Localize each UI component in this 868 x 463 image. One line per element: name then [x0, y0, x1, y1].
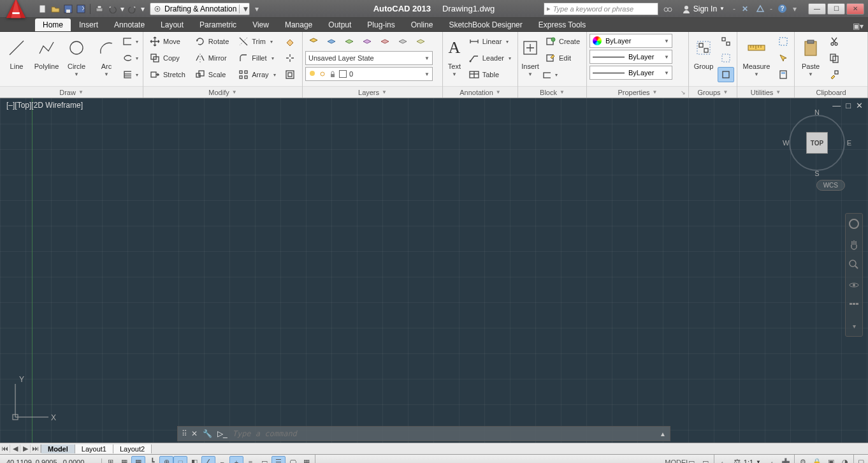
- ducs-icon[interactable]: ⌐: [215, 456, 229, 464]
- viewcube-west[interactable]: W: [783, 139, 789, 147]
- qp-icon[interactable]: ☰: [271, 456, 286, 464]
- close-button[interactable]: ✕: [846, 3, 864, 15]
- scale-button[interactable]: Scale: [191, 67, 233, 82]
- color-combo[interactable]: ByLayer▼: [590, 34, 672, 48]
- offset-button[interactable]: [282, 67, 298, 82]
- binoculars-icon[interactable]: [662, 3, 674, 15]
- navbar-expand-icon[interactable]: ▾: [848, 320, 860, 332]
- steering-wheel-icon[interactable]: [848, 217, 860, 230]
- hatch-button[interactable]: ▾: [122, 67, 139, 82]
- help-icon[interactable]: ?: [776, 3, 788, 15]
- cmd-history-icon[interactable]: ▲: [660, 430, 666, 437]
- group-edit-icon[interactable]: [718, 50, 734, 66]
- print-icon[interactable]: [94, 3, 105, 15]
- minimize-button[interactable]: —: [808, 3, 826, 15]
- group-select-icon[interactable]: [718, 67, 734, 82]
- 3dosnap-icon[interactable]: ◧: [187, 456, 201, 464]
- stretch-button[interactable]: Stretch: [146, 67, 189, 82]
- panel-properties-title[interactable]: Properties▼: [587, 86, 688, 98]
- viewcube-south[interactable]: S: [814, 170, 819, 177]
- hardware-accel-icon[interactable]: ▣: [824, 456, 838, 464]
- explode-button[interactable]: [282, 50, 298, 66]
- toolbar-lock-icon[interactable]: 🔒: [810, 456, 824, 464]
- rectangle-button[interactable]: ▾: [122, 34, 139, 49]
- polar-icon[interactable]: ⊕: [159, 456, 173, 464]
- tab-annotate[interactable]: Annotate: [106, 18, 152, 31]
- cmd-grip-icon[interactable]: ⠿: [182, 429, 186, 438]
- calc-icon[interactable]: [775, 67, 792, 82]
- orbit-icon[interactable]: [848, 279, 860, 291]
- grid-icon[interactable]: ▦: [131, 456, 145, 464]
- coordinates[interactable]: 40.1109, 0.9005 , 0.0000: [0, 459, 102, 464]
- rotate-button[interactable]: Rotate: [191, 34, 233, 49]
- tab-layout[interactable]: Layout: [153, 18, 191, 31]
- linetype-combo[interactable]: ByLayer▼: [590, 66, 672, 80]
- open-icon[interactable]: [50, 3, 61, 15]
- insert-button[interactable]: Insert▼: [521, 34, 540, 85]
- table-button[interactable]: Table: [465, 67, 515, 82]
- polyline-button[interactable]: Polyline: [33, 34, 61, 85]
- wcs-badge[interactable]: WCS: [816, 180, 845, 191]
- new-icon[interactable]: [37, 3, 48, 15]
- layer-off-icon[interactable]: [323, 34, 340, 49]
- annovisibility-icon[interactable]: ⟁: [765, 456, 779, 464]
- vp-close-icon[interactable]: ✕: [856, 101, 863, 110]
- cmd-close-icon[interactable]: ✕: [191, 429, 198, 438]
- cut-icon[interactable]: [826, 34, 843, 49]
- layout-next-icon[interactable]: ▶: [20, 445, 31, 453]
- layout-last-icon[interactable]: ⏭: [31, 445, 41, 453]
- viewcube-north[interactable]: N: [814, 108, 820, 116]
- trim-button[interactable]: Trim▾: [235, 34, 279, 49]
- ungroup-icon[interactable]: [718, 34, 734, 49]
- isolate-icon[interactable]: ◑: [838, 456, 852, 464]
- quick-select-icon[interactable]: [775, 50, 792, 66]
- layer-current-combo[interactable]: 0 ▼: [305, 67, 433, 81]
- otrack-icon[interactable]: ∠: [201, 456, 215, 464]
- osnap-icon[interactable]: □: [173, 456, 187, 464]
- paste-button[interactable]: Paste▼: [797, 34, 824, 85]
- cmd-customize-icon[interactable]: 🔧: [203, 429, 212, 438]
- create-block-button[interactable]: Create: [542, 34, 584, 49]
- workspace-combo[interactable]: Drafting & Annotation ▼: [150, 3, 250, 15]
- quickview-layouts-icon[interactable]: ▭: [684, 456, 698, 464]
- copy-clip-icon[interactable]: [826, 50, 843, 66]
- layout-first-icon[interactable]: ⏮: [0, 445, 10, 453]
- infer-icon[interactable]: ⊞: [103, 456, 117, 464]
- ortho-icon[interactable]: ┗: [145, 456, 159, 464]
- group-button[interactable]: Group: [691, 34, 716, 85]
- showmotion-icon[interactable]: [848, 299, 860, 312]
- command-input[interactable]: [233, 429, 655, 438]
- layer-state-combo[interactable]: Unsaved Layer State▼: [305, 51, 433, 65]
- text-button[interactable]: AText▼: [445, 34, 463, 85]
- workspace-switch-icon[interactable]: ⚙: [796, 456, 810, 464]
- quickview-drawings-icon[interactable]: ▭: [698, 456, 712, 464]
- edit-block-button[interactable]: Edit: [542, 50, 584, 66]
- annoscale-icon[interactable]: ⟁: [716, 456, 730, 464]
- autoscale-icon[interactable]: ➕: [779, 456, 793, 464]
- chevron-down-icon[interactable]: ▾: [140, 3, 146, 15]
- annotation-scale[interactable]: ⚖1:1▼: [730, 457, 765, 463]
- select-all-icon[interactable]: [775, 34, 792, 49]
- sc-icon[interactable]: 🖵: [286, 456, 300, 464]
- sign-in-button[interactable]: Sign In ▼: [677, 3, 729, 15]
- help-search-input[interactable]: ▸ Type a keyword or phrase: [544, 3, 658, 15]
- tab-plugins[interactable]: Plug-ins: [359, 18, 402, 31]
- measure-button[interactable]: Measure▼: [740, 34, 773, 85]
- layout-tab-model[interactable]: Model: [41, 445, 75, 453]
- fillet-button[interactable]: Fillet▾: [235, 50, 279, 66]
- panel-modify-title[interactable]: Modify▼: [143, 86, 302, 98]
- vp-minimize-icon[interactable]: —: [832, 101, 841, 110]
- panel-layers-title[interactable]: Layers▼: [303, 86, 442, 98]
- array-button[interactable]: Array▾: [235, 67, 279, 82]
- linear-button[interactable]: Linear▾: [465, 34, 515, 49]
- chevron-down-icon[interactable]: ▾: [119, 3, 126, 15]
- tab-parametric[interactable]: Parametric: [192, 18, 244, 31]
- snap-icon[interactable]: ▦: [117, 456, 131, 464]
- arc-button[interactable]: Arc▼: [92, 34, 120, 85]
- a360-icon[interactable]: [755, 3, 766, 15]
- redo-icon[interactable]: [127, 3, 138, 15]
- layer-prev-icon[interactable]: [412, 34, 429, 49]
- layer-lock-icon[interactable]: [359, 34, 375, 49]
- tab-online[interactable]: Online: [403, 18, 441, 31]
- tab-manage[interactable]: Manage: [277, 18, 320, 31]
